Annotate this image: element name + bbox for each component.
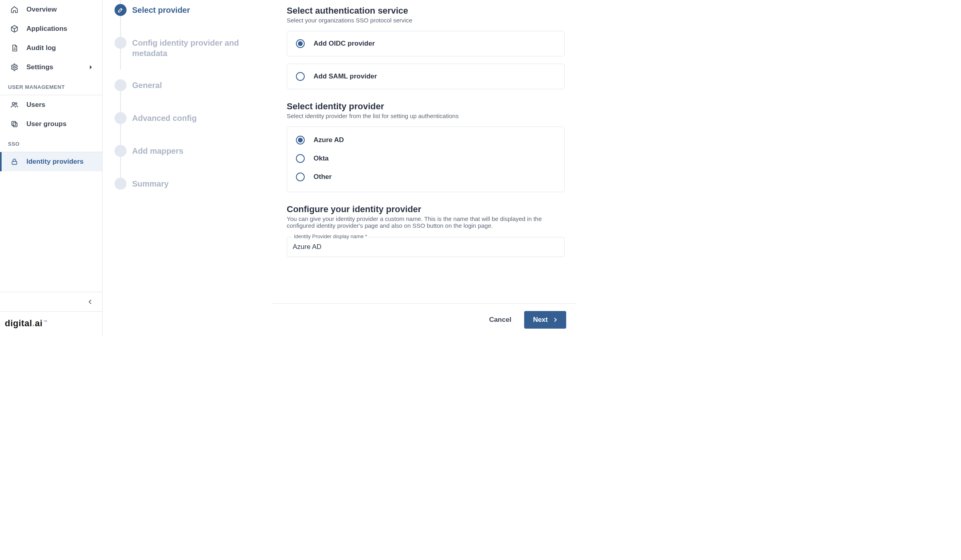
step-advanced[interactable]: Advanced config — [115, 112, 260, 124]
section-title: Configure your identity provider — [287, 204, 565, 215]
radio-label: Other — [314, 173, 332, 181]
sidebar-footer: digital.ai™ — [0, 292, 102, 336]
sidebar-nav: Overview Applications Audit log Settings — [0, 0, 102, 292]
sidebar-item-overview[interactable]: Overview — [0, 0, 102, 19]
home-icon — [10, 6, 18, 14]
radio-label: Azure AD — [314, 136, 344, 144]
sidebar-item-user-groups[interactable]: User groups — [0, 114, 102, 134]
sidebar-item-applications[interactable]: Applications — [0, 19, 102, 38]
users-icon — [10, 101, 18, 109]
sidebar-item-label: Applications — [26, 25, 67, 33]
svg-rect-3 — [13, 123, 17, 127]
gear-icon — [10, 63, 18, 71]
sidebar-section-sso: SSO — [0, 134, 102, 152]
step-label: Select provider — [132, 4, 190, 15]
sidebar-item-label: User groups — [26, 120, 66, 128]
idp-option-azure[interactable]: Azure AD — [296, 131, 555, 149]
configure-section: Configure your identity provider You can… — [287, 204, 565, 257]
step-general[interactable]: General — [115, 79, 260, 91]
brand-logo: digital.ai™ — [0, 312, 102, 336]
step-select-provider[interactable]: Select provider — [115, 4, 260, 16]
edit-icon — [115, 4, 127, 16]
radio-icon — [296, 39, 305, 48]
auth-service-section: Select authentication service Select you… — [287, 6, 565, 89]
radio-label: Add OIDC provider — [314, 40, 375, 48]
step-label: Advanced config — [132, 112, 197, 123]
next-button-label: Next — [533, 316, 548, 324]
radio-icon — [296, 136, 305, 145]
sidebar-item-users[interactable]: Users — [0, 95, 102, 114]
display-name-field: Identity Provider display name * — [287, 237, 565, 257]
section-title: Select identity provider — [287, 101, 565, 112]
sidebar-item-audit-log[interactable]: Audit log — [0, 38, 102, 58]
display-name-input[interactable] — [287, 237, 565, 257]
section-subtitle: Select identity provider from the list f… — [287, 112, 565, 119]
radio-icon — [296, 173, 305, 181]
step-summary[interactable]: Summary — [115, 178, 260, 190]
caret-right-icon — [87, 63, 95, 71]
svg-rect-5 — [12, 161, 17, 165]
sidebar-item-label: Audit log — [26, 44, 56, 52]
collapse-sidebar-button[interactable] — [86, 298, 94, 306]
section-subtitle: Select your organizations SSO protocol s… — [287, 17, 565, 24]
file-text-icon — [10, 44, 18, 52]
step-label: Add mappers — [132, 145, 183, 156]
auth-option-saml[interactable]: Add SAML provider — [287, 64, 565, 89]
auth-option-oidc[interactable]: Add OIDC provider — [287, 31, 565, 56]
radio-icon — [296, 154, 305, 163]
next-button[interactable]: Next — [524, 311, 566, 329]
svg-point-0 — [14, 66, 16, 68]
section-subtitle: You can give your identity provider a cu… — [287, 215, 565, 229]
main-panel: Select authentication service Select you… — [272, 0, 577, 336]
wizard-stepper: Select provider Config identity provider… — [103, 0, 272, 336]
sidebar-item-identity-providers[interactable]: Identity providers — [0, 152, 102, 171]
idp-option-other[interactable]: Other — [296, 168, 555, 186]
lock-icon — [10, 158, 18, 166]
sidebar: Overview Applications Audit log Settings — [0, 0, 103, 336]
step-label: General — [132, 79, 162, 90]
step-config-idp[interactable]: Config identity provider and metadata — [115, 37, 260, 58]
svg-point-1 — [12, 102, 15, 105]
section-title: Select authentication service — [287, 6, 565, 16]
sidebar-item-label: Overview — [26, 6, 57, 14]
idp-options-card: Azure AD Okta Other — [287, 126, 565, 192]
radio-icon — [296, 72, 305, 81]
idp-section: Select identity provider Select identity… — [287, 101, 565, 192]
svg-point-2 — [15, 103, 17, 104]
wizard-footer: Cancel Next — [272, 303, 577, 336]
step-mappers[interactable]: Add mappers — [115, 145, 260, 157]
sidebar-item-settings[interactable]: Settings — [0, 58, 102, 77]
sidebar-item-label: Users — [26, 101, 45, 109]
cancel-button[interactable]: Cancel — [487, 315, 514, 324]
sidebar-item-label: Identity providers — [26, 158, 84, 166]
step-label: Config identity provider and metadata — [132, 37, 252, 58]
radio-label: Add SAML provider — [314, 72, 377, 80]
radio-label: Okta — [314, 155, 329, 163]
sidebar-section-user-management: USER MANAGEMENT — [0, 77, 102, 95]
svg-rect-4 — [12, 121, 16, 125]
sidebar-item-label: Settings — [26, 63, 53, 71]
idp-option-okta[interactable]: Okta — [296, 149, 555, 168]
step-label: Summary — [132, 178, 169, 189]
package-icon — [10, 25, 18, 33]
copy-icon — [10, 120, 18, 128]
field-label: Identity Provider display name * — [292, 233, 369, 239]
